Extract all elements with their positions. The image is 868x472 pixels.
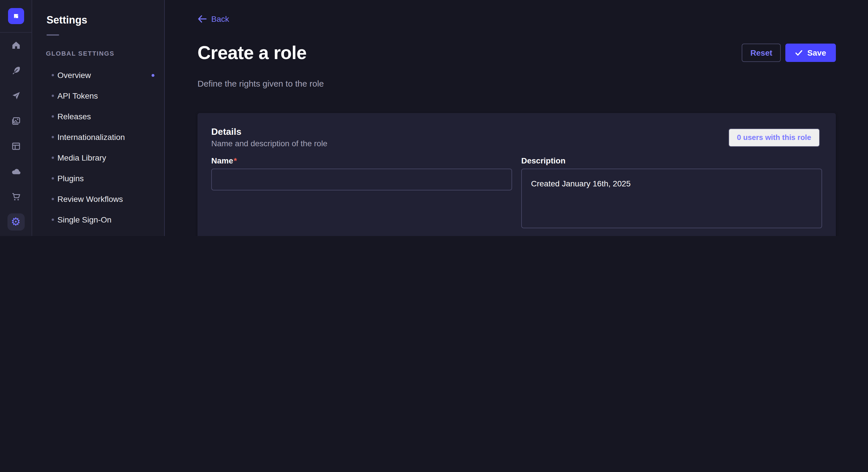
sidebar-item-overview[interactable]: Overview [32,65,164,86]
main-content: Back Create a role Reset Save Define the… [165,0,868,236]
strapi-logo-glyph [11,11,20,21]
name-label: Name* [211,157,512,165]
cloud-icon[interactable] [7,162,25,181]
layout-window-icon[interactable] [7,137,25,156]
notification-dot [152,74,154,76]
send-plane-icon[interactable] [7,87,25,105]
sidebar-item-plugins[interactable]: Plugins [32,168,164,189]
description-label: Description [521,157,822,165]
details-subtitle: Name and description of the role [211,138,328,149]
app-window: ⚙ KD Settings GLOBAL SETTINGS Overview A… [0,0,868,236]
bullet-icon [52,157,54,159]
bullet-icon [52,136,54,138]
check-icon [795,50,803,56]
media-images-icon[interactable] [7,112,25,130]
name-input[interactable] [211,169,512,191]
main-nav-rail: ⚙ KD [0,0,32,236]
sidebar-item-media-library[interactable]: Media Library [32,147,164,168]
sidebar-item-review-workflows[interactable]: Review Workflows [32,189,164,209]
sidebar-item-api-tokens[interactable]: API Tokens [32,86,164,106]
bullet-icon [52,198,54,200]
page-subtitle: Define the rights given to the role [197,78,836,90]
required-asterisk: * [234,156,237,165]
strapi-logo[interactable] [8,8,24,24]
sidebar-item-single-sign-on[interactable]: Single Sign-On [32,209,164,230]
home-icon[interactable] [7,36,25,55]
save-button[interactable]: Save [786,44,836,62]
users-with-role-button[interactable]: 0 users with this role [728,129,820,147]
section-label-global-settings: GLOBAL SETTINGS [46,46,164,60]
sidebar-item-transfer-tokens[interactable]: Transfer Tokens [32,230,164,236]
arrow-left-icon [197,15,207,23]
settings-subnav: Settings GLOBAL SETTINGS Overview API To… [32,0,165,236]
bullet-icon [52,115,54,117]
details-title: Details [211,126,328,138]
description-textarea[interactable]: Created January 16th, 2025 [521,169,822,228]
bullet-icon [52,74,54,76]
page-title: Create a role [197,43,307,63]
settings-gear-icon[interactable]: ⚙ [7,213,24,230]
bullet-icon [52,218,54,221]
bullet-icon [52,95,54,97]
subnav-title-divider [46,34,59,36]
details-card: Details Name and description of the role… [197,113,836,236]
subnav-title: Settings [46,14,164,26]
sidebar-item-releases[interactable]: Releases [32,106,164,127]
sidebar-item-internationalization[interactable]: Internationalization [32,127,164,147]
content-builder-feather-icon[interactable] [7,61,25,80]
back-link[interactable]: Back [197,13,229,25]
marketplace-cart-icon[interactable] [7,188,25,206]
bullet-icon [52,177,54,179]
reset-button[interactable]: Reset [742,44,781,62]
